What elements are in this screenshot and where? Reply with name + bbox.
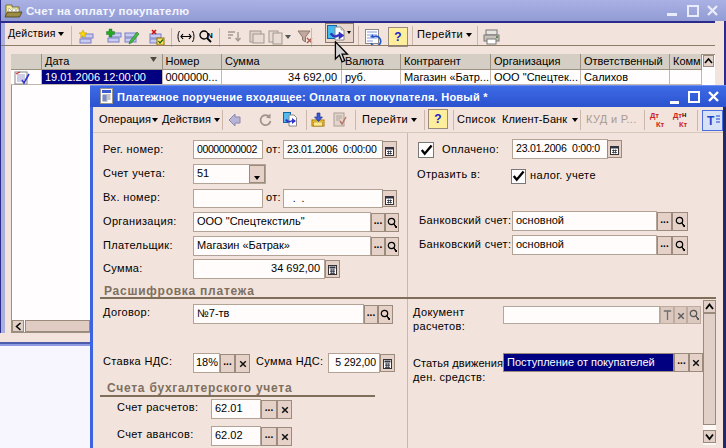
svg-text:N: N bbox=[207, 31, 213, 40]
svg-text:Дт: Дт bbox=[650, 111, 659, 120]
svg-text:Т: Т bbox=[707, 114, 715, 128]
svg-text:Н: Н bbox=[682, 112, 686, 118]
svg-text:Кт: Кт bbox=[656, 120, 665, 129]
svg-text:Кт: Кт bbox=[679, 120, 688, 129]
svg-text:Дт: Дт bbox=[673, 111, 682, 120]
